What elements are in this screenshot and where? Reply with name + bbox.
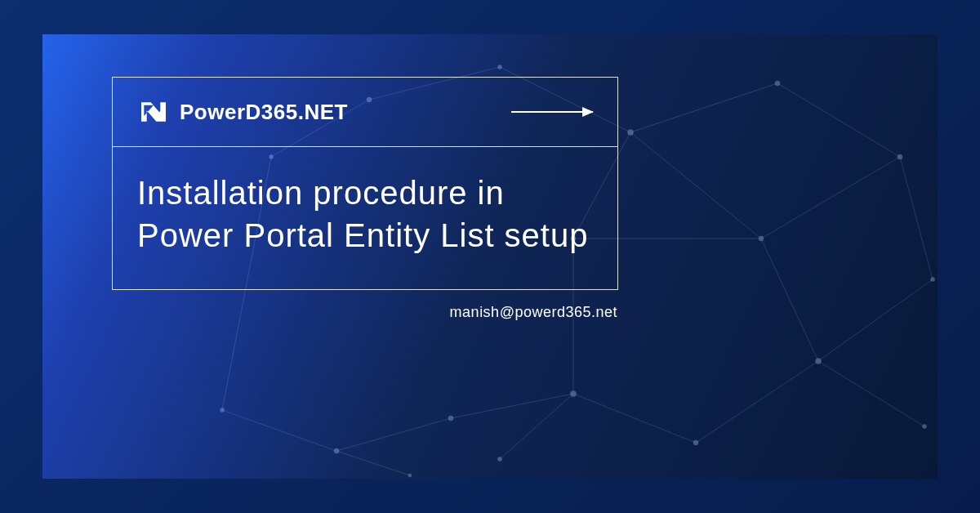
svg-line-13 (222, 410, 336, 451)
svg-point-24 (628, 130, 634, 136)
logo-icon (137, 96, 170, 128)
svg-point-28 (816, 359, 822, 364)
svg-point-25 (775, 81, 780, 86)
svg-point-29 (923, 425, 927, 429)
svg-line-8 (696, 361, 818, 443)
svg-line-9 (573, 394, 696, 443)
svg-point-27 (759, 236, 764, 241)
svg-point-32 (498, 457, 502, 462)
svg-point-26 (898, 154, 902, 159)
card-body: Installation procedure in Power Portal E… (113, 147, 617, 289)
svg-point-35 (220, 408, 225, 413)
content-card: PowerD365.NET Installation procedure in … (112, 77, 618, 290)
svg-line-14 (336, 451, 410, 475)
svg-point-33 (448, 416, 453, 421)
page-title: Installation procedure in Power Portal E… (137, 172, 593, 256)
svg-point-31 (571, 391, 577, 397)
svg-point-23 (498, 65, 502, 69)
svg-line-2 (630, 83, 777, 132)
arrow-right-icon (511, 111, 593, 113)
svg-line-11 (451, 394, 573, 418)
contact-email: manish@powerd365.net (450, 304, 617, 321)
outer-frame: PowerD365.NET Installation procedure in … (0, 0, 980, 513)
brand-logo: PowerD365.NET (137, 96, 348, 128)
svg-line-20 (900, 157, 933, 279)
svg-point-30 (693, 440, 698, 445)
svg-line-5 (761, 157, 900, 239)
svg-line-7 (818, 361, 924, 426)
svg-point-36 (408, 474, 412, 477)
svg-line-21 (818, 279, 933, 361)
svg-line-4 (630, 132, 761, 239)
background-panel: PowerD365.NET Installation procedure in … (42, 34, 938, 479)
svg-point-34 (334, 448, 339, 453)
svg-line-12 (336, 418, 451, 451)
brand-name: PowerD365.NET (180, 100, 348, 125)
svg-line-10 (500, 394, 573, 459)
svg-line-3 (777, 83, 900, 157)
svg-line-6 (761, 239, 818, 361)
card-header: PowerD365.NET (113, 78, 617, 147)
svg-point-39 (931, 278, 935, 282)
